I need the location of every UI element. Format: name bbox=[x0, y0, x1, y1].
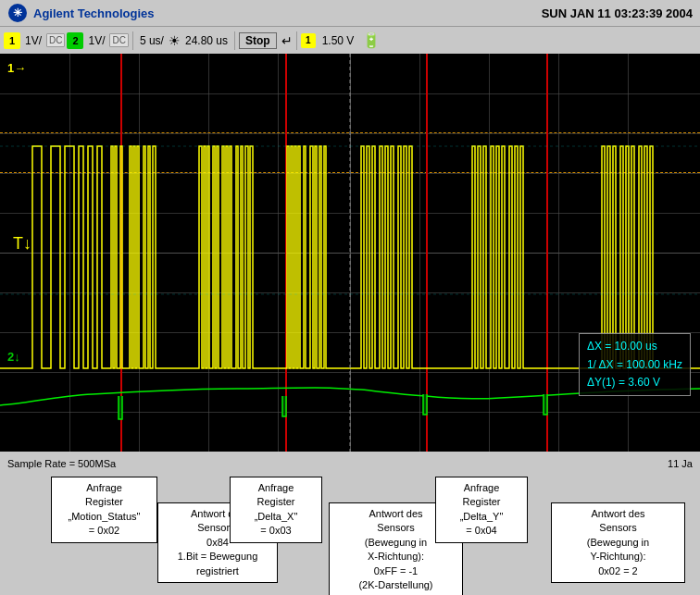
battery-icon: 🔋 bbox=[362, 31, 381, 49]
annotation-5-text: AnfrageRegister„Delta_Y"= 0x04 bbox=[460, 482, 504, 536]
ch2-badge[interactable]: 2 bbox=[67, 32, 83, 49]
scope-screen: 1→ T↓ 2↓ ΔX = 10.00 us 1/ ΔX = bbox=[0, 54, 700, 452]
separator1 bbox=[132, 31, 133, 50]
timebase-sun-icon: ☀ bbox=[169, 33, 181, 48]
ch2-coupling: DC bbox=[109, 33, 128, 47]
annotation-4-text: Antwort desSensors(Bewegung inX-Richtung… bbox=[358, 508, 432, 590]
measurement-box: ΔX = 10.00 us 1/ ΔX = 100.00 kHz ΔY(1) =… bbox=[579, 333, 691, 396]
agilent-logo-icon: ✳ bbox=[7, 3, 28, 23]
annotation-6: Antwort desSensors(Bewegung inY-Richtung… bbox=[551, 502, 685, 583]
annotation-1-text: AnfrageRegister„Motion_Status"= 0x02 bbox=[69, 482, 141, 536]
bottom-bar: Sample Rate = 500MSa 11 Ja bbox=[0, 452, 700, 475]
annotations-area: AnfrageRegister„Motion_Status"= 0x02 Ant… bbox=[0, 475, 700, 595]
voltage-display: 1 1.50 V bbox=[301, 33, 357, 48]
ch1-coupling: DC bbox=[46, 33, 65, 47]
date-short: 11 Ja bbox=[668, 458, 693, 469]
ch1-badge[interactable]: 1 bbox=[4, 32, 20, 49]
sample-rate: Sample Rate = 500MSa bbox=[7, 458, 116, 469]
delta-x-value: ΔX = 10.00 us bbox=[587, 338, 682, 355]
svg-text:✳: ✳ bbox=[13, 6, 22, 19]
ch-voltage-indicator: 1 bbox=[301, 33, 316, 48]
annotation-1: AnfrageRegister„Motion_Status"= 0x02 bbox=[51, 477, 157, 543]
separator3 bbox=[296, 31, 297, 50]
stop-button[interactable]: Stop bbox=[239, 32, 277, 49]
delta-y-value: ΔY(1) = 3.60 V bbox=[587, 374, 682, 391]
run-icon: ↵ bbox=[281, 33, 293, 48]
toolbar: 1 1V/ DC 2 1V/ DC 5 us/ ☀ 24.80 us Stop … bbox=[0, 26, 700, 54]
separator2 bbox=[234, 31, 235, 50]
delay-value: 24.80 us bbox=[182, 34, 231, 47]
ch1-volt: 1V/ bbox=[22, 34, 44, 47]
header-bar: ✳ Agilent Technologies SUN JAN 11 03:23:… bbox=[0, 0, 700, 26]
annotation-3-text: AnfrageRegister„Delta_X"= 0x03 bbox=[255, 482, 298, 536]
timebase: 5 us/ bbox=[137, 34, 167, 47]
datetime-display: SUN JAN 11 03:23:39 2004 bbox=[542, 6, 693, 20]
annotation-3: AnfrageRegister„Delta_X"= 0x03 bbox=[230, 477, 322, 543]
annotation-5: AnfrageRegister„Delta_Y"= 0x04 bbox=[435, 477, 528, 543]
brand-area: ✳ Agilent Technologies bbox=[7, 3, 155, 23]
ch2-volt: 1V/ bbox=[85, 34, 107, 47]
inv-delta-x-value: 1/ ΔX = 100.00 kHz bbox=[587, 356, 682, 374]
voltage-value: 1.50 V bbox=[319, 34, 357, 47]
brand-name: Agilent Technologies bbox=[33, 6, 155, 20]
annotation-6-text: Antwort desSensors(Bewegung inY-Richtung… bbox=[587, 508, 649, 576]
